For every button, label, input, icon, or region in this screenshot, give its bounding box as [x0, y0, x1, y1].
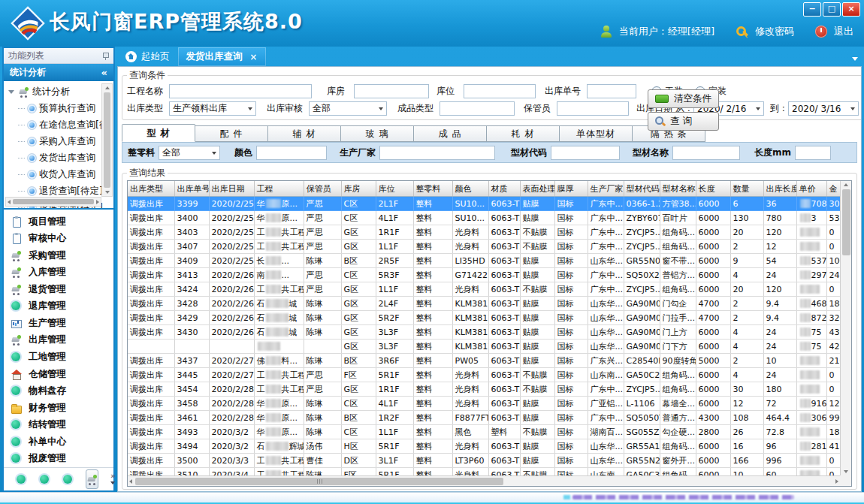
- material-tab[interactable]: 辅 材: [268, 125, 341, 142]
- date-to-picker[interactable]: 2020/ 3/16: [788, 101, 859, 116]
- scroll-left-icon[interactable]: [8, 200, 11, 204]
- column-header[interactable]: 型材名称: [660, 181, 696, 197]
- column-header[interactable]: 长度: [696, 181, 730, 197]
- table-row[interactable]: 调拨出库33992020/2/25华原...严思C区2L1F整料SU10...6…: [128, 197, 840, 211]
- collapse-icon[interactable]: «: [101, 67, 107, 78]
- column-header[interactable]: 出库单号: [174, 181, 209, 197]
- tree-item[interactable]: 在途信息查询[待: [18, 116, 101, 133]
- tree-root-node[interactable]: 统计分析: [8, 83, 101, 100]
- table-row[interactable]: 调拨出库34132020/2/26南...严思C区5R3F整料G71422606…: [128, 268, 840, 282]
- statistics-section-header[interactable]: 统计分析 «: [4, 64, 113, 81]
- project-name-input[interactable]: [169, 84, 312, 98]
- column-header[interactable]: 库房: [341, 181, 376, 197]
- color-input[interactable]: [256, 146, 327, 160]
- tab-list-caret-icon[interactable]: [852, 57, 858, 61]
- column-header[interactable]: 出库类型: [128, 181, 174, 197]
- out-type-select[interactable]: 生产领料出库: [169, 101, 256, 116]
- tree-item[interactable]: 采购入库查询: [18, 133, 101, 149]
- table-row[interactable]: 调拨出库34582020/2/28华原...陈琳C区4L1F整料光身料6063-…: [128, 397, 840, 411]
- material-tab[interactable]: 型 材: [122, 124, 195, 142]
- column-header[interactable]: 出库长度: [763, 181, 796, 197]
- logout-link[interactable]: 退出: [834, 25, 853, 38]
- module-shortcut-icon[interactable]: [39, 474, 50, 485]
- column-header[interactable]: 膜厚: [554, 181, 588, 197]
- table-row[interactable]: 调拨出库34002020/2/25华原...严思C区4L1F整料SU10...6…: [128, 211, 840, 225]
- scroll-up-icon[interactable]: [105, 86, 110, 89]
- table-row[interactable]: 调拨出库34452020/2/27工共工程严思F区5R1F整料光身料6063-T…: [128, 368, 840, 382]
- column-header[interactable]: 数量: [730, 181, 763, 197]
- table-row[interactable]: 调拨出库34612020/2/28华原...陈琳B区1R2F整料F8877FT6…: [128, 411, 840, 425]
- column-header[interactable]: 生产厂家: [588, 181, 624, 197]
- material-tab[interactable]: 配 件: [195, 125, 268, 142]
- tree-item[interactable]: 收货入库查询: [18, 166, 101, 183]
- material-tab[interactable]: 单体型材: [560, 125, 633, 142]
- column-header[interactable]: 金: [826, 181, 840, 197]
- sidebar-item-chart[interactable]: 生产管理: [11, 315, 113, 332]
- pin-icon[interactable]: [102, 52, 109, 60]
- sidebar-item-circle[interactable]: 补单中心: [11, 433, 113, 451]
- table-row[interactable]: 调拨出库34032020/2/25工共工程严思G区1R1F整料光身料6063-T…: [128, 225, 840, 240]
- scroll-down-icon[interactable]: [105, 191, 110, 194]
- sidebar-item-circle[interactable]: 工地管理: [11, 349, 113, 366]
- scroll-right-icon[interactable]: [96, 200, 99, 204]
- length-input[interactable]: [795, 146, 831, 160]
- tree-item[interactable]: 发货出库查询: [18, 149, 101, 166]
- close-button[interactable]: ×: [842, 2, 860, 17]
- tree-horizontal-scrollbar[interactable]: [5, 197, 101, 207]
- column-header[interactable]: 出库日期: [209, 181, 254, 197]
- material-tab[interactable]: 耗 材: [487, 125, 560, 142]
- cart-shortcut-button[interactable]: [86, 469, 98, 489]
- table-row[interactable]: 调拨出库34282020/2/26石城陈琳G区2L4F整料KLM38176063…: [128, 297, 840, 311]
- scrollbar-thumb[interactable]: [104, 92, 110, 188]
- table-row[interactable]: G区3L3F整料KLM38176063-T5贴膜国标山东华...GA90M09.…: [128, 340, 840, 354]
- location-input[interactable]: [464, 84, 536, 98]
- table-row[interactable]: 调拨出库34242020/2/26工共工程严思G区1L1F整料光身料6063-T…: [128, 282, 840, 297]
- table-row[interactable]: 调拨出库34542020/2/28工共工程严思G区1R1F整料光身料6063-T…: [128, 382, 840, 397]
- table-row[interactable]: 调拨出库34942020/3/2石辉城汤伟H区5R1F整料光身料6063-T5贴…: [128, 439, 840, 454]
- sidebar-item-cart[interactable]: 入库管理: [11, 264, 113, 282]
- scroll-up-icon[interactable]: [844, 183, 848, 186]
- tree-vertical-scrollbar[interactable]: [101, 83, 113, 197]
- table-row[interactable]: 调拨出库34292020/2/26石城陈琳G区5R2F整料KLM38176063…: [128, 311, 840, 325]
- profile-code-input[interactable]: [551, 146, 620, 160]
- material-tab[interactable]: 玻 璃: [341, 125, 414, 142]
- tree-expander-icon[interactable]: [8, 90, 14, 94]
- whole-part-select[interactable]: 全部: [159, 146, 220, 160]
- tab-home[interactable]: 起始页: [117, 47, 178, 66]
- module-shortcut-icon[interactable]: [16, 474, 27, 485]
- profile-name-input[interactable]: [672, 146, 740, 160]
- table-row[interactable]: 调拨出库34072020/2/25工共工程严思G区1L1F整料光身料6063-T…: [128, 240, 840, 254]
- column-header[interactable]: 库位: [376, 181, 413, 197]
- change-password-link[interactable]: 修改密码: [755, 25, 794, 38]
- table-row[interactable]: 调拨出库34932020/3/2华原...陈琳C区1L1F整料黑色塑料不贴膜国标…: [128, 425, 840, 439]
- scrollbar-thumb[interactable]: [13, 199, 94, 204]
- scrollbar-thumb[interactable]: [135, 478, 503, 485]
- product-type-input[interactable]: [440, 101, 515, 116]
- scroll-left-icon[interactable]: [129, 479, 132, 484]
- warehouse-input[interactable]: [354, 84, 429, 98]
- factory-input[interactable]: [379, 146, 495, 160]
- sidebar-item-circle[interactable]: 退库管理: [11, 298, 113, 315]
- clear-conditions-button[interactable]: 清空条件: [648, 89, 719, 108]
- sidebar-item-cart[interactable]: 采购管理: [11, 247, 113, 264]
- table-row[interactable]: 调拨出库34372020/2/27佛料...陈琳B区3R6F整料PW056063…: [128, 354, 840, 368]
- sidebar-item-cart[interactable]: 出库管理: [11, 332, 113, 349]
- scrollbar-thumb[interactable]: [842, 189, 850, 255]
- table-row[interactable]: 调拨出库34092020/2/25长...陈琳B区2R5F整料LI35HD606…: [128, 254, 840, 268]
- column-header[interactable]: 材质: [488, 181, 520, 197]
- vertical-scrollbar[interactable]: [840, 181, 851, 475]
- sidebar-item-home[interactable]: 仓储管理: [11, 366, 113, 383]
- order-no-input[interactable]: [587, 84, 636, 98]
- minimize-button[interactable]: −: [803, 2, 821, 17]
- column-header[interactable]: 单价: [796, 181, 826, 197]
- search-button[interactable]: 查 询: [648, 112, 719, 131]
- column-header[interactable]: 颜色: [452, 181, 488, 197]
- sidebar-item-circle[interactable]: 报废管理: [11, 450, 113, 467]
- material-tab[interactable]: 成 品: [414, 125, 487, 142]
- sidebar-item-circle[interactable]: 物料盘存: [11, 382, 113, 400]
- maximize-button[interactable]: □: [823, 2, 841, 17]
- column-header[interactable]: 工程: [254, 181, 304, 197]
- tree-item[interactable]: 预算执行查询: [18, 100, 101, 116]
- column-header[interactable]: 整零料: [413, 181, 452, 197]
- column-header[interactable]: 表面处理: [520, 181, 554, 197]
